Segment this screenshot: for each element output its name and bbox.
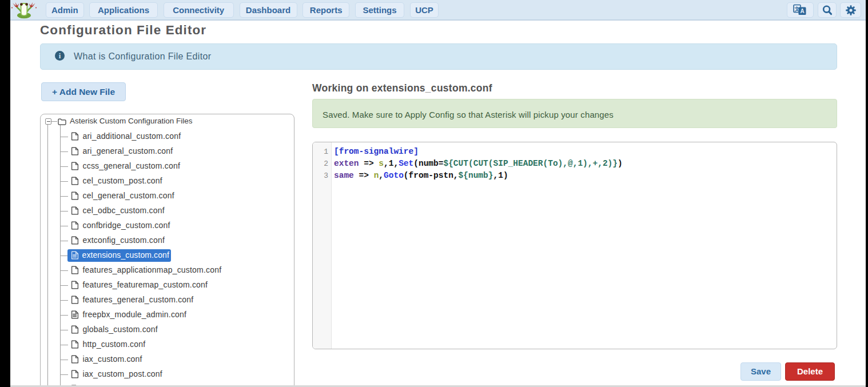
svg-text:A: A xyxy=(800,8,804,14)
